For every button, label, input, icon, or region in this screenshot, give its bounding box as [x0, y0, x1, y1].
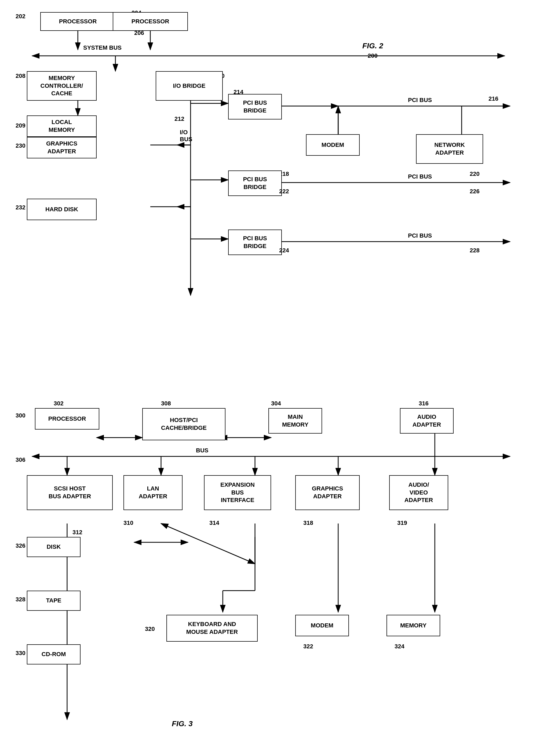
ref-208: 208 [16, 73, 25, 80]
ref-316: 316 [419, 400, 429, 407]
ref-312: 312 [73, 529, 83, 536]
fig3-processor-box: PROCESSOR [35, 408, 99, 430]
fig2-title: FIG. 2 [362, 42, 383, 50]
ref-314: 314 [209, 520, 219, 527]
ref-330: 330 [16, 650, 25, 657]
pci-bridge2-box: PCI BUSBRIDGE [228, 170, 282, 196]
main-memory-box: MAINMEMORY [268, 408, 322, 433]
fig3-modem-box: MODEM [295, 615, 349, 636]
ref-328: 328 [16, 596, 25, 603]
ref-230: 230 [16, 142, 25, 149]
bus-label: BUS [196, 447, 208, 454]
ref-306: 306 [16, 456, 25, 464]
fig3-graphics-box: GRAPHICSADAPTER [295, 475, 360, 510]
ref-326: 326 [16, 542, 25, 549]
expansion-bus-box: EXPANSIONBUSINTERFACE [204, 475, 271, 510]
ref-319: 319 [397, 520, 407, 527]
audio-video-box: AUDIO/VIDEOADAPTER [389, 475, 448, 510]
pci-bus1-label: PCI BUS [408, 97, 432, 104]
ref-224: 224 [279, 247, 289, 254]
fig3-memory-box: MEMORY [386, 615, 440, 636]
svg-line-46 [161, 524, 255, 564]
ref-209: 209 [16, 122, 25, 129]
system-bus-label: SYSTEM BUS [83, 44, 121, 51]
fig3-title: FIG. 3 [172, 719, 193, 728]
local-memory-box: LOCALMEMORY [27, 116, 97, 137]
audio-adapter-box: AUDIOADAPTER [400, 408, 453, 433]
fig2-number: 200 [368, 52, 378, 59]
scsi-host-box: SCSI HOSTBUS ADAPTER [27, 475, 113, 510]
ref-222: 222 [279, 188, 289, 195]
pci-bus3-label: PCI BUS [408, 232, 432, 239]
ref-216: 216 [488, 95, 498, 102]
ref-226: 226 [470, 188, 480, 195]
ref-318: 318 [303, 520, 313, 527]
graphics-adapter-box: GRAPHICSADAPTER [27, 137, 97, 158]
ref-324: 324 [394, 643, 405, 650]
ref-202: 202 [16, 13, 25, 20]
ref-300: 300 [16, 412, 25, 419]
ref-310: 310 [123, 520, 133, 527]
network-adapter-box: NETWORKADAPTER [416, 134, 483, 164]
ref-304: 304 [271, 400, 281, 407]
pci-bus2-label: PCI BUS [408, 173, 432, 180]
tape-box: TAPE [27, 591, 81, 611]
pci-bridge3-box: PCI BUSBRIDGE [228, 229, 282, 255]
ref-228: 228 [470, 247, 480, 254]
lan-adapter-box: LANADAPTER [123, 475, 183, 510]
ref-302: 302 [54, 400, 64, 407]
io-bridge-box: I/O BRIDGE [156, 71, 223, 101]
cd-rom-box: CD-ROM [27, 644, 81, 665]
modem-box: MODEM [306, 134, 360, 156]
ref-232: 232 [16, 204, 25, 211]
processor2-box: PROCESSOR [113, 12, 188, 31]
host-pci-box: HOST/PCICACHE/BRIDGE [142, 408, 225, 440]
ref-322: 322 [303, 643, 313, 650]
hard-disk-box: HARD DISK [27, 199, 97, 220]
ref-308: 308 [161, 400, 171, 407]
ref-320: 320 [145, 626, 155, 633]
disk-box: DISK [27, 537, 81, 557]
diagram-container: FIG. 2 200 202 204 206 PROCESSOR PROCESS… [0, 0, 536, 756]
ref-212: 212 [175, 116, 184, 122]
pci-bridge1-box: PCI BUSBRIDGE [228, 94, 282, 120]
keyboard-mouse-box: KEYBOARD ANDMOUSE ADAPTER [166, 615, 258, 642]
mem-controller-box: MEMORYCONTROLLER/CACHE [27, 71, 97, 101]
io-bus-label: I/OBUS [180, 129, 192, 143]
processor1-box: PROCESSOR [40, 12, 116, 31]
ref-220: 220 [470, 170, 480, 178]
